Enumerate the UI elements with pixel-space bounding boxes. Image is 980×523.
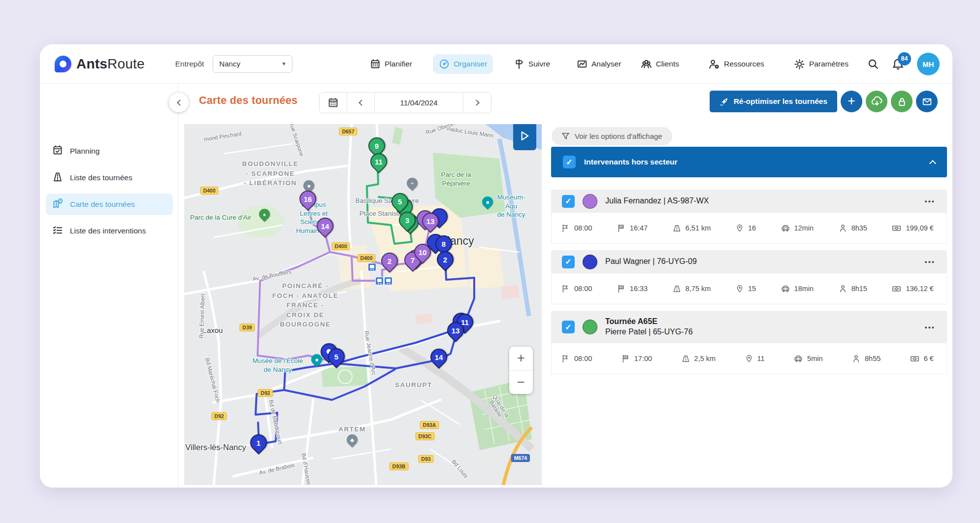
tour-checkbox[interactable]: ✓ — [562, 321, 575, 333]
money-icon — [892, 224, 901, 233]
brand-logo[interactable]: AntsRoute — [55, 56, 145, 72]
tour-menu-button[interactable]: ••• — [925, 258, 935, 265]
marker-number: 8 — [436, 236, 451, 251]
nav-item-ressources[interactable]: Ressources — [703, 54, 770, 74]
email-button[interactable] — [916, 91, 938, 112]
nav-item-planifier[interactable]: Planifier — [364, 54, 418, 74]
pin-icon — [736, 285, 744, 293]
warehouse-select[interactable]: Nancy ▼ — [213, 55, 293, 73]
filter-icon — [561, 132, 570, 140]
road-shield: D92 — [258, 389, 273, 397]
date-value[interactable]: 11/04/2024 — [375, 93, 463, 113]
tour-stat-roadstat: 8,75 km — [673, 285, 711, 293]
marker-number: 2 — [438, 252, 453, 267]
road-shield: D400 — [357, 254, 375, 262]
tour-checkbox[interactable]: ✓ — [562, 256, 575, 268]
tour-card-header[interactable]: ✓Tournée A65EPierre Patel | 65-UYG-76••• — [551, 311, 947, 343]
road-shield: D657 — [339, 128, 357, 135]
tour-menu-button[interactable]: ••• — [925, 197, 935, 205]
nav-item-label: Organiser — [454, 60, 487, 68]
nav-item-suivre[interactable]: Suivre — [508, 54, 556, 74]
tour-stat-value: 18min — [794, 285, 814, 293]
nav-item-label: Clients — [656, 60, 679, 68]
tour-stat-flag: 08:00 — [561, 224, 592, 232]
nav-item-organiser[interactable]: Organiser — [433, 54, 493, 74]
tour-stat-money: 136,12 € — [892, 284, 933, 294]
tour-driver: Julia Fernandez | AS-987-WX — [605, 196, 709, 205]
tour-stat-value: 8h55 — [865, 355, 881, 362]
sidebar-item-carte-tournees[interactable]: Carte des tournées — [46, 194, 173, 215]
search-icon[interactable] — [867, 58, 879, 70]
tour-stat-value: 2,5 km — [694, 355, 716, 362]
chevron-up-icon[interactable] — [929, 160, 936, 167]
tour-menu-button[interactable]: ••• — [925, 324, 935, 331]
zoom-out-button[interactable]: − — [509, 371, 533, 394]
warehouse-label: Entrepôt — [175, 60, 204, 68]
marker-number: 5 — [329, 349, 344, 364]
expand-panel-button[interactable] — [513, 122, 536, 150]
sidebar-item-liste-interventions[interactable]: Liste des interventions — [46, 220, 173, 242]
tour-card-header[interactable]: ✓Paul Wagner | 76-UYG-09••• — [551, 250, 947, 273]
tour-color-badge — [583, 194, 597, 209]
tour-stat-flag: 08:00 — [561, 355, 592, 363]
car-icon — [794, 354, 803, 363]
add-button[interactable]: + — [841, 91, 862, 112]
tour-color-badge — [583, 320, 597, 334]
group-title: Intervenants hors secteur — [584, 158, 922, 166]
sidebar-item-planning[interactable]: Planning — [46, 140, 173, 162]
group-checkbox[interactable]: ✓ — [563, 156, 576, 168]
antsroute-logo-icon — [55, 56, 71, 72]
road-shield: D93A — [420, 421, 439, 429]
road-shield: D92 — [211, 412, 227, 420]
tour-card-header[interactable]: ✓Julia Fernandez | AS-987-WX••• — [551, 190, 947, 213]
person-icon — [852, 355, 860, 363]
tour-stat-pin: 16 — [736, 224, 756, 232]
car-icon — [781, 224, 790, 232]
marker-number: 16 — [300, 192, 315, 206]
lock-button[interactable] — [891, 91, 913, 112]
tour-stat-value: 199,09 € — [906, 224, 933, 232]
tour-stats-row: 08:0017:002,5 km115min8h556 € — [551, 343, 947, 374]
nav-item-label: Planifier — [385, 60, 412, 68]
marker-number: 3 — [400, 213, 415, 228]
nav-item-label: Suivre — [528, 60, 550, 68]
tour-name: Paul Wagner | 76-UYG-09 — [605, 257, 917, 267]
group-header[interactable]: ✓ Intervenants hors secteur — [551, 147, 947, 177]
warehouse-selector: Entrepôt Nancy ▼ — [175, 55, 293, 73]
checklist-icon — [52, 225, 63, 237]
map[interactable]: BOUDONVILLE - SCARPONE - LIBÉRATIONPOINC… — [184, 124, 542, 485]
tour-stat-person: 8h35 — [839, 224, 867, 232]
prev-day-button[interactable] — [347, 93, 375, 113]
display-options-button[interactable]: Voir les options d'affichage — [552, 127, 672, 145]
map-zoom-control: + − — [509, 347, 533, 394]
next-day-button[interactable] — [463, 93, 491, 113]
notification-badge: 84 — [898, 52, 911, 65]
primary-nav: PlanifierOrganiserSuivreAnalyser — [364, 44, 627, 84]
warehouse-value: Nancy — [219, 60, 240, 68]
sidebar: PlanningListe des tournéesCarte des tour… — [40, 84, 178, 488]
top-navigation-bar: AntsRoute Entrepôt Nancy ▼ PlanifierOrga… — [40, 44, 952, 84]
tour-stat-value: 16:47 — [630, 224, 648, 232]
tour-stat-car: 12min — [781, 224, 814, 232]
sidebar-item-liste-tournees[interactable]: Liste des tournées — [46, 167, 173, 189]
tour-name: Julia Fernandez | AS-987-WX — [605, 196, 917, 206]
tour-checkbox[interactable]: ✓ — [562, 195, 575, 208]
tour-color-badge — [583, 255, 597, 269]
notifications-bell-icon[interactable]: 84 — [892, 58, 904, 70]
person-icon — [839, 224, 847, 232]
date-navigator: 11/04/2024 — [319, 92, 491, 113]
cloud-download-button[interactable] — [866, 91, 887, 112]
tour-driver: Paul Wagner | 76-UYG-09 — [605, 257, 697, 265]
marker-number: 10 — [415, 245, 430, 260]
reoptimize-button[interactable]: Ré-optimiser les tournées — [710, 91, 837, 112]
flag-icon — [561, 224, 570, 232]
chevron-down-icon: ▼ — [281, 61, 286, 66]
collapse-sidebar-button[interactable] — [169, 93, 189, 112]
calendar-button[interactable] — [320, 93, 347, 113]
user-avatar[interactable]: MH — [917, 53, 940, 75]
nav-item-parametres[interactable]: Paramètres — [788, 54, 854, 74]
nav-item-analyser[interactable]: Analyser — [571, 54, 627, 74]
nav-item-clients[interactable]: Clients — [635, 54, 685, 74]
zoom-in-button[interactable]: + — [509, 347, 533, 371]
tour-stat-money: 6 € — [910, 354, 934, 363]
